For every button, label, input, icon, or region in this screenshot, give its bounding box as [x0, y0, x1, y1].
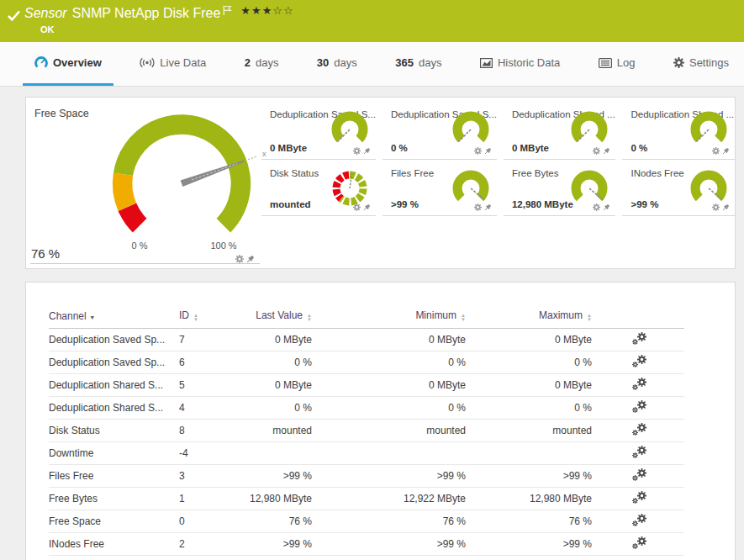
channel-settings-gears-icon[interactable]: [632, 400, 646, 413]
channel-id: 8: [179, 419, 230, 441]
gear-icon[interactable]: [593, 199, 600, 214]
tile-actions: [235, 251, 255, 267]
pin-icon[interactable]: [722, 199, 730, 214]
maximum-value: 0 %: [466, 396, 592, 419]
gear-icon[interactable]: [353, 143, 361, 158]
tab-label: days: [256, 56, 278, 69]
channel-settings-gears-icon[interactable]: [632, 514, 646, 526]
channel-id: 5: [179, 373, 230, 396]
tab-number: 30: [317, 56, 329, 69]
column-header-minimum[interactable]: Minimum▲▼: [312, 306, 466, 328]
tab-365-days[interactable]: 365days: [383, 42, 453, 86]
tab-number: 2: [245, 56, 251, 69]
table-row: Deduplication Saved Sp...60 %0 %0 %: [49, 351, 684, 373]
channel-settings-gears-icon[interactable]: [632, 446, 646, 458]
last-value: 76 %: [230, 510, 312, 532]
channel-settings-gears-icon[interactable]: [632, 355, 646, 367]
gear-icon[interactable]: [712, 199, 720, 214]
sensor-title: SNMP NetApp Disk Free: [72, 6, 221, 21]
column-header-last-value[interactable]: Last Value▲▼: [230, 306, 312, 328]
channel-id: -4: [179, 441, 230, 464]
tab-30-days[interactable]: 30days: [305, 42, 369, 86]
gauges-panel: Free Space x 0 % 100 % 76 % Deduplicatio…: [25, 97, 736, 269]
column-label: Minimum: [415, 309, 456, 321]
column-header-channel[interactable]: Channel▾: [49, 306, 179, 328]
channel-name[interactable]: Deduplication Saved Sp...: [49, 351, 179, 373]
pin-icon[interactable]: [722, 143, 730, 158]
settings-gear-icon: [673, 57, 684, 68]
channel-settings-gears-icon[interactable]: [632, 468, 646, 481]
pin-icon[interactable]: [484, 199, 492, 214]
tab-live-data[interactable]: Live Data: [128, 42, 218, 86]
gauge-tile: Free Bytes 12,980 MByte: [504, 160, 616, 216]
channel-name[interactable]: Deduplication Shared S...: [49, 373, 179, 396]
gear-icon[interactable]: [474, 143, 482, 158]
column-header-maximum[interactable]: Maximum▲▼: [466, 306, 592, 328]
gauge-tile: Deduplication Saved S... 0 %: [383, 101, 497, 160]
gauge-tile-value: 0 %: [631, 143, 647, 153]
gear-icon[interactable]: [474, 199, 482, 214]
pin-icon[interactable]: [363, 199, 371, 214]
last-value: >99 %: [230, 532, 312, 555]
channel-settings-gears-icon[interactable]: [632, 378, 646, 390]
tab-2-days[interactable]: 2days: [233, 42, 291, 86]
column-label: Channel: [49, 310, 87, 322]
priority-stars[interactable]: ★★★☆☆: [240, 4, 293, 17]
sort-desc-icon: ▾: [91, 314, 94, 321]
pin-icon[interactable]: [484, 143, 492, 158]
channel-name[interactable]: Free Space: [49, 510, 179, 532]
gear-icon[interactable]: [353, 199, 361, 214]
sensor-header: Sensor SNMP NetApp Disk Free ★★★☆☆ OK: [0, 0, 744, 42]
channel-settings-gears-icon[interactable]: [632, 332, 646, 345]
table-row: Disk Status8mountedmountedmounted: [49, 419, 684, 441]
pin-icon[interactable]: [246, 251, 255, 267]
log-icon: [599, 58, 612, 68]
channel-settings-gears-icon[interactable]: [632, 536, 646, 549]
minimum-value: [312, 441, 466, 464]
minimum-value: mounted: [312, 419, 466, 441]
last-value: 0 MByte: [230, 328, 312, 351]
minimum-value: 0 %: [312, 396, 466, 419]
tab-log[interactable]: Log: [587, 42, 647, 86]
channel-name[interactable]: Deduplication Saved Sp...: [49, 328, 179, 351]
channel-name[interactable]: Files Free: [49, 464, 179, 487]
channel-name[interactable]: INodes Free: [49, 532, 179, 555]
pin-icon[interactable]: [363, 143, 371, 158]
minimum-value: 0 MByte: [312, 328, 466, 351]
flag-icon[interactable]: [223, 4, 232, 19]
channel-settings-cell: [592, 487, 684, 510]
maximum-value: 0 MByte: [466, 328, 592, 351]
tile-actions: [593, 143, 610, 158]
sort-icon: ▲▼: [193, 314, 198, 322]
column-header-id[interactable]: ID▲▼: [179, 306, 230, 328]
tab-historic-data[interactable]: Historic Data: [468, 42, 572, 86]
tab-label: Historic Data: [498, 56, 560, 69]
gear-icon[interactable]: [593, 143, 600, 158]
gauge-tile-value: >99 %: [631, 199, 658, 209]
channel-name[interactable]: Downtime: [49, 441, 179, 464]
channel-settings-cell: [592, 328, 684, 351]
tab-overview[interactable]: Overview: [23, 42, 113, 86]
channel-name[interactable]: Free Bytes: [49, 487, 179, 510]
sort-icon: ▲▼: [461, 314, 466, 322]
channel-id: 0: [179, 510, 230, 532]
maximum-value: 12,980 MByte: [466, 487, 592, 510]
channel-name[interactable]: Disk Status: [49, 419, 179, 441]
channel-settings-cell: [592, 351, 684, 373]
channel-settings-gears-icon[interactable]: [632, 491, 646, 504]
pin-icon[interactable]: [603, 199, 610, 214]
gauge-icon: [34, 56, 48, 69]
table-row: Deduplication Shared S...40 %0 %0 %: [49, 396, 684, 419]
gear-icon[interactable]: [712, 143, 720, 158]
minimum-value: 0 MByte: [312, 373, 466, 396]
channel-name[interactable]: Deduplication Shared S...: [49, 396, 179, 419]
pin-icon[interactable]: [603, 143, 610, 158]
main-content: Free Space x 0 % 100 % 76 % Deduplicatio…: [0, 87, 744, 560]
tab-settings[interactable]: Settings: [662, 42, 741, 86]
channel-id: 7: [179, 328, 230, 351]
channel-settings-gears-icon[interactable]: [632, 423, 646, 436]
maximum-value: 0 MByte: [466, 373, 592, 396]
tile-divider: [30, 263, 260, 264]
last-value: 0 %: [230, 396, 312, 419]
gear-icon[interactable]: [235, 251, 244, 267]
